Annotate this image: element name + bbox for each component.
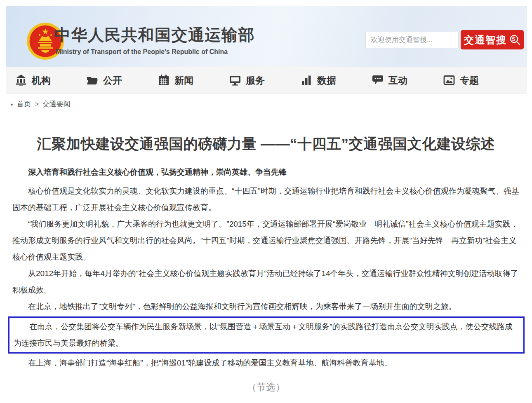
nav-item-data[interactable]: 数据: [300, 74, 336, 87]
site-subtitle-en: Ministry of Transport of the People's Re…: [56, 48, 228, 56]
s-magnifier-search-icon: S: [509, 34, 520, 45]
breadcrumb: ▸ 首页 > 交通要闻: [11, 99, 71, 109]
smart-search-button-label: 交通智搜: [464, 33, 507, 47]
nav-item-orgs[interactable]: 机构: [15, 74, 51, 87]
breadcrumb-home[interactable]: 首页: [17, 99, 31, 109]
site-title: 中华人民共和国交通运输部: [54, 24, 255, 46]
article-lead-paragraph: 深入培育和践行社会主义核心价值观，弘扬交通精神，崇尚英雄、争当先锋: [12, 164, 520, 180]
nav-item-label: 互动: [388, 74, 407, 87]
speech-bubble-icon: [372, 74, 384, 87]
monitor-icon: [229, 74, 241, 87]
page: 中华人民共和国交通运输部 Ministry of Transport of th…: [0, 0, 532, 403]
article-body: 深入培育和践行社会主义核心价值观，弘扬交通精神，崇尚英雄、争当先锋 核心价值观是…: [12, 164, 520, 371]
article-footnote: （节选）: [0, 381, 532, 394]
bank-building-icon: [15, 74, 27, 87]
bar-chart-icon: [300, 74, 313, 87]
nav-item-interaction[interactable]: 互动: [372, 74, 407, 87]
calendar-icon: [158, 74, 170, 87]
article-paragraph: 核心价值观是文化软实力的灵魂、文化软实力建设的重点。“十四五”时期，交通运输行业…: [12, 183, 520, 216]
breadcrumb-caret-icon: ▸: [11, 102, 13, 107]
article-paragraph: “我们服务更加文明礼貌，广大乘客的行为也就更文明了。”2015年，交通运输部部署…: [12, 216, 520, 265]
article-paragraph: 在北京，地铁推出了“文明专列”，色彩鲜明的公益海报和文明行为宣传画交相辉映，为乘…: [12, 298, 520, 315]
nav-item-services[interactable]: 服务: [229, 74, 265, 87]
main-navigation: 机构 公开 新闻 服务: [6, 67, 527, 94]
nav-item-label: 机构: [32, 74, 51, 87]
article-paragraph: 在上海，海事部门打造“海事红船”，把“海巡01”轮建设成了移动的爱国主义教育基地…: [12, 355, 520, 371]
svg-text:S: S: [512, 36, 516, 42]
nav-item-disclosure[interactable]: 公开: [86, 74, 122, 87]
nav-item-label: 新闻: [174, 74, 193, 87]
nav-item-topics[interactable]: 专题: [443, 74, 479, 87]
nav-item-label: 数据: [317, 74, 336, 87]
article-paragraph: 从2012年开始，每年4月举办的“社会主义核心价值观主题实践教育月”活动已经持续…: [12, 265, 520, 298]
picture-icon: [443, 74, 455, 87]
site-banner: 中华人民共和国交通运输部 Ministry of Transport of th…: [6, 6, 527, 67]
nav-item-label: 公开: [103, 74, 122, 87]
nav-item-news[interactable]: 新闻: [158, 74, 193, 87]
smart-search-button[interactable]: 交通智搜 S: [461, 30, 524, 49]
highlighted-paragraph: 在南京，公交集团将公交车辆作为民生服务新场景，以“氛围营造＋场景互动＋文明服务”…: [14, 319, 519, 351]
article-title: 汇聚加快建设交通强国的磅礴力量 ——“十四五”交通强国文化建设综述: [8, 134, 524, 154]
nav-item-label: 专题: [460, 74, 479, 87]
nav-item-label: 服务: [246, 74, 265, 87]
search-input[interactable]: [365, 32, 459, 48]
highlight-box: 在南京，公交集团将公交车辆作为民生服务新场景，以“氛围营造＋场景互动＋文明服务”…: [8, 316, 525, 354]
breadcrumb-current[interactable]: 交通要闻: [42, 99, 71, 109]
breadcrumb-separator: >: [35, 100, 39, 108]
folder-icon: [86, 74, 99, 87]
